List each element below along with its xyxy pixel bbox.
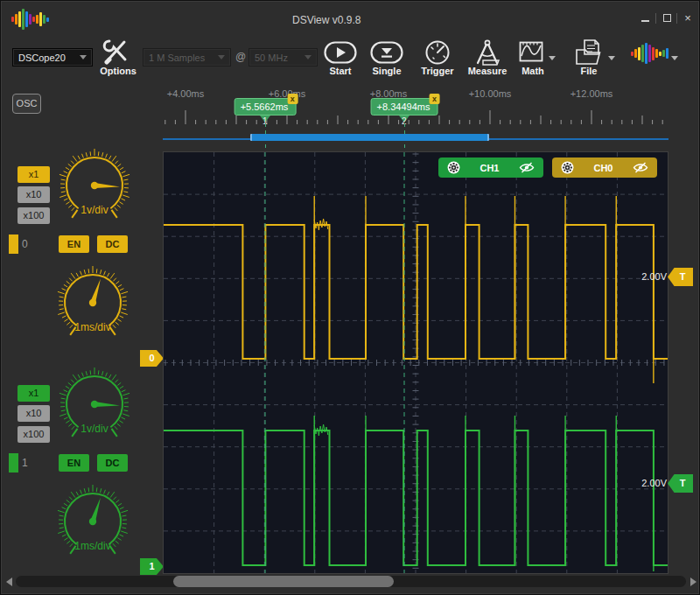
waveform-view[interactable]: [163, 151, 668, 574]
window-title: DSView v0.9.8: [292, 14, 361, 26]
wrench-screwdriver-icon: [101, 38, 130, 65]
measure-label: Measure: [468, 66, 508, 76]
close-button[interactable]: ×: [680, 11, 696, 25]
math-label: Math: [522, 66, 544, 76]
gear-icon[interactable]: [561, 161, 574, 174]
ch0-trigger-flag[interactable]: T: [668, 268, 693, 286]
chevron-down-icon: [218, 55, 225, 60]
single-label: Single: [372, 66, 401, 76]
sample-rate-select[interactable]: 50 MHz: [248, 48, 318, 66]
chevron-down-icon: [304, 55, 312, 60]
cursor-1-close-icon[interactable]: x: [287, 94, 298, 104]
scroll-right-arrow[interactable]: [690, 578, 696, 586]
start-button[interactable]: [324, 41, 357, 64]
dsview-logo-icon: [631, 41, 668, 66]
ch0-enable-button[interactable]: EN: [59, 235, 89, 253]
ch1-vertical-scale-dial[interactable]: 1v/div: [51, 362, 138, 450]
ch0-gain-x1-button[interactable]: x1: [18, 166, 50, 183]
svg-text:1v/div: 1v/div: [80, 204, 108, 216]
compass-protractor-icon: [471, 38, 504, 66]
titlebar-divider: [676, 13, 677, 24]
ch0-horizontal-scale-dial[interactable]: 1ms/div: [49, 261, 136, 348]
cursor-2-flag[interactable]: +8.34494msx: [371, 98, 438, 116]
logo-menu-arrow-icon[interactable]: [671, 56, 678, 60]
osc-mode-button[interactable]: OSC: [12, 94, 41, 114]
sample-count-select[interactable]: 1 M Samples: [143, 48, 231, 66]
math-button[interactable]: [519, 40, 543, 64]
cursor-1-flag[interactable]: +5.5662msx: [234, 98, 297, 116]
ch1-enable-button[interactable]: EN: [59, 454, 89, 472]
chevron-down-icon: [80, 55, 87, 60]
file-button[interactable]: [574, 38, 604, 66]
file-folder-icon: [574, 38, 604, 66]
dsview-logo-icon: [11, 6, 49, 32]
gear-icon[interactable]: [447, 161, 460, 174]
trigger-gauge-icon: [424, 39, 451, 66]
ch1-badge-label: CH1: [460, 163, 519, 173]
ch0-trigger-level-value: 2.00V: [612, 271, 667, 282]
scroll-left-arrow[interactable]: [6, 578, 12, 586]
ch0-badge[interactable]: CH0: [552, 158, 657, 178]
math-wave-icon: [519, 40, 543, 64]
play-icon: [324, 41, 357, 64]
dsview-window: DSView v0.9.8 × DSCope20 Options 1 M Sam…: [0, 0, 700, 595]
minimize-button[interactable]: [637, 11, 653, 25]
ch1-zero-marker[interactable]: 1: [140, 558, 164, 575]
titlebar-divider: [655, 13, 656, 24]
nav-viewport-thumb[interactable]: [250, 134, 489, 141]
maximize-button[interactable]: [659, 11, 675, 25]
measure-button[interactable]: [471, 38, 504, 66]
start-label: Start: [329, 66, 351, 76]
single-capture-icon: [370, 41, 403, 64]
ch1-horizontal-scale-dial[interactable]: 1ms/div: [49, 480, 136, 567]
ch0-gain-x100-button[interactable]: x100: [18, 207, 50, 224]
ch1-gain-x1-button[interactable]: x1: [18, 385, 50, 402]
eye-off-icon[interactable]: [519, 162, 535, 173]
options-button[interactable]: [101, 38, 130, 65]
ch1-color-tab[interactable]: [9, 453, 18, 472]
ch1-index-label: 1: [22, 457, 28, 469]
ch0-vertical-scale-dial[interactable]: 1v/div: [51, 144, 138, 231]
ch0-color-tab[interactable]: [9, 234, 18, 254]
file-menu-arrow-icon[interactable]: [608, 56, 615, 60]
ch1-trigger-level-value: 2.00V: [612, 478, 667, 488]
ch0-index-label: 0: [22, 238, 28, 250]
ch1-trigger-flag[interactable]: T: [668, 474, 693, 493]
options-label: Options: [100, 66, 136, 76]
trigger-button[interactable]: [424, 39, 451, 66]
ch0-badge-label: CH0: [574, 163, 633, 173]
ch0-zero-marker[interactable]: 0: [140, 350, 164, 367]
math-menu-arrow-icon[interactable]: [549, 56, 556, 60]
ch1-gain-x10-button[interactable]: x10: [18, 405, 50, 422]
file-label: File: [581, 66, 598, 76]
svg-text:1ms/div: 1ms/div: [74, 321, 110, 333]
ch0-gain-x10-button[interactable]: x10: [18, 186, 50, 203]
single-button[interactable]: [370, 41, 403, 64]
scrollbar-thumb[interactable]: [173, 576, 394, 587]
horizontal-scrollbar[interactable]: [16, 576, 686, 587]
ch1-badge[interactable]: CH1: [438, 158, 543, 178]
svg-text:1ms/div: 1ms/div: [74, 540, 110, 552]
ch1-gain-x100-button[interactable]: x100: [18, 426, 50, 443]
cursor-2-close-icon[interactable]: x: [429, 94, 439, 104]
ch0-coupling-button[interactable]: DC: [97, 235, 128, 253]
eye-off-icon[interactable]: [633, 162, 648, 173]
trigger-label: Trigger: [421, 66, 453, 76]
at-symbol: @: [235, 51, 246, 63]
device-select[interactable]: DSCope20: [12, 48, 93, 66]
ch1-coupling-button[interactable]: DC: [97, 454, 128, 472]
svg-text:1v/div: 1v/div: [80, 423, 108, 435]
